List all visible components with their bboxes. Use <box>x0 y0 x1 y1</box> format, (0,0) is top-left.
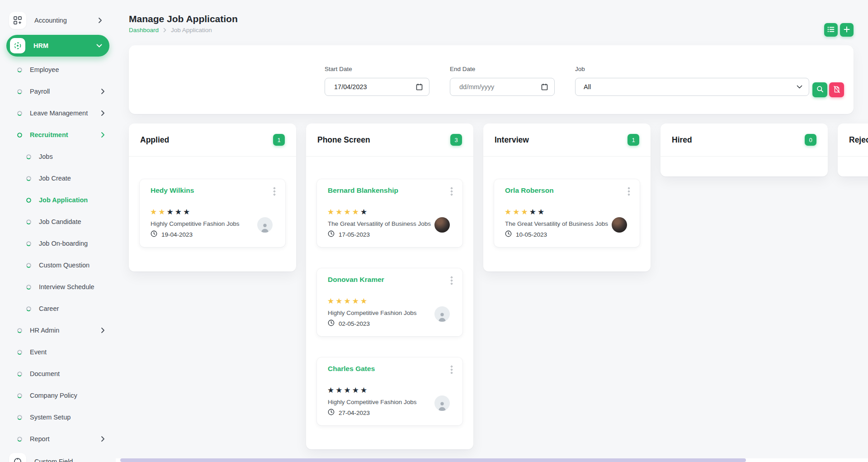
sidebar-item-label: Leave Management <box>30 110 88 117</box>
calendar-icon[interactable] <box>416 83 423 90</box>
job-title-text: Highly Competitive Fashion Jobs <box>328 310 417 316</box>
sidebar-item-leave-management[interactable]: Leave Management <box>0 102 116 124</box>
sidebar-item-label: Recruitment <box>30 131 68 138</box>
applicant-card[interactable]: Donovan Kramer ★★★★★ Highly Competitive … <box>317 268 462 336</box>
sidebar-item-document[interactable]: Document <box>0 363 116 385</box>
sidebar-item-payroll[interactable]: Payroll <box>0 81 116 102</box>
bullet-ring-icon <box>26 306 31 311</box>
job-select[interactable]: All <box>575 78 809 96</box>
end-date-input[interactable]: dd/mm/yyyy <box>450 78 555 96</box>
sidebar-item-label: Job On-boarding <box>39 240 88 247</box>
applied-date-text: 02-05-2023 <box>339 320 370 327</box>
column-body: Bernard Blankenship ★★★★★ The Great Vers… <box>306 157 473 425</box>
bullet-ring-icon <box>26 176 31 181</box>
sidebar-item-custom-field[interactable]: Custom Field <box>6 451 109 462</box>
kebab-menu-icon[interactable] <box>626 186 632 197</box>
sidebar: Accounting HRM Employee Payroll Leave M <box>0 0 116 462</box>
sidebar-item-jobs[interactable]: Jobs <box>0 146 116 167</box>
sidebar-item-event[interactable]: Event <box>0 341 116 363</box>
horizontal-scrollbar <box>116 458 868 462</box>
chevron-right-icon <box>101 88 105 95</box>
list-view-button[interactable] <box>824 23 838 37</box>
sidebar-item-job-create[interactable]: Job Create <box>0 167 116 189</box>
plus-icon <box>844 26 850 34</box>
column-body <box>660 157 828 176</box>
bullet-ring-icon <box>17 67 22 72</box>
sidebar-item-system-setup[interactable]: System Setup <box>0 406 116 428</box>
column-title: Phone Screen <box>317 135 370 145</box>
chevron-right-icon <box>101 436 105 442</box>
applicant-name-link[interactable]: Hedy Wilkins <box>151 186 194 195</box>
search-icon <box>816 86 824 94</box>
job-title-text: The Great Versatility of Business Jobs <box>505 220 608 227</box>
search-button[interactable] <box>812 82 827 97</box>
applicant-card[interactable]: Bernard Blankenship ★★★★★ The Great Vers… <box>317 179 462 247</box>
applicant-card[interactable]: Charles Gates ★★★★★ Highly Competitive F… <box>317 357 462 425</box>
sidebar-item-employee[interactable]: Employee <box>0 59 116 81</box>
bullet-ring-icon <box>17 415 22 420</box>
sidebar-item-job-on-boarding[interactable]: Job On-boarding <box>0 233 116 254</box>
sidebar-item-hrm[interactable]: HRM <box>6 35 109 57</box>
applicant-name-link[interactable]: Donovan Kramer <box>328 276 384 284</box>
job-title-text: Highly Competitive Fashion Jobs <box>328 399 417 405</box>
star-dark-icon: ★ <box>529 208 538 216</box>
sidebar-item-custom-question[interactable]: Custom Question <box>0 254 116 276</box>
sidebar-item-recruitment[interactable]: Recruitment <box>0 124 116 146</box>
kanban-board: Applied 1 Hedy Wilkins ★★★★★ Highly Comp… <box>129 124 868 449</box>
bullet-ring-icon <box>17 372 22 376</box>
kebab-menu-icon[interactable] <box>449 275 454 286</box>
horizontal-scrollbar-thumb[interactable] <box>120 458 746 462</box>
column-interview: Interview 1 Orla Roberson ★★★★★ The Grea… <box>483 124 651 271</box>
applied-date: 10-05-2023 <box>505 230 547 238</box>
add-application-button[interactable] <box>840 23 854 37</box>
column-header: Rejected <box>838 124 868 157</box>
sidebar-item-accounting[interactable]: Accounting <box>6 10 109 31</box>
applicant-card[interactable]: Hedy Wilkins ★★★★★ Highly Competitive Fa… <box>140 179 285 247</box>
sidebar-item-label: HR Admin <box>30 327 59 334</box>
kebab-menu-icon[interactable] <box>449 364 454 376</box>
breadcrumb-dashboard-link[interactable]: Dashboard <box>129 27 159 33</box>
column-header: Hired 0 <box>660 124 828 157</box>
sidebar-item-interview-schedule[interactable]: Interview Schedule <box>0 276 116 298</box>
applicant-name-link[interactable]: Orla Roberson <box>505 186 554 195</box>
filter-card: Start Date 17/04/2023 End Date dd/mm/yyy… <box>129 45 854 114</box>
bullet-ring-icon <box>26 154 31 159</box>
star-filled-icon: ★ <box>352 208 360 216</box>
calendar-icon[interactable] <box>541 83 548 90</box>
clock-icon <box>151 230 157 238</box>
bullet-ring-icon <box>26 198 31 203</box>
applicant-card[interactable]: Orla Roberson ★★★★★ The Great Versatilit… <box>494 179 640 247</box>
sidebar-item-label: Career <box>39 305 59 312</box>
column-count-badge: 1 <box>627 134 639 146</box>
rating-stars: ★★★★★ <box>150 208 191 216</box>
bullet-ring-icon <box>17 393 22 398</box>
sidebar-item-career[interactable]: Career <box>0 298 116 319</box>
end-date-label: End Date <box>450 66 555 72</box>
file-off-icon <box>833 86 840 95</box>
chevron-right-icon <box>101 327 105 333</box>
column-phone-screen: Phone Screen 3 Bernard Blankenship ★★★★★… <box>306 124 473 449</box>
sidebar-item-report[interactable]: Report <box>0 428 116 450</box>
avatar <box>612 217 627 233</box>
sidebar-item-label: Report <box>30 435 50 443</box>
bullet-ring-icon <box>17 89 22 94</box>
start-date-field: Start Date 17/04/2023 <box>325 66 429 96</box>
bullet-ring-icon <box>17 111 22 116</box>
sidebar-item-hr-admin[interactable]: HR Admin <box>0 319 116 341</box>
star-filled-icon: ★ <box>335 297 344 305</box>
accounting-apps-icon <box>9 12 26 29</box>
rating-stars: ★★★★★ <box>327 208 368 216</box>
sidebar-item-job-application[interactable]: Job Application <box>0 189 116 211</box>
start-date-input[interactable]: 17/04/2023 <box>325 78 429 96</box>
column-title: Hired <box>672 135 692 145</box>
column-body: Orla Roberson ★★★★★ The Great Versatilit… <box>483 157 651 247</box>
sidebar-item-job-candidate[interactable]: Job Candidate <box>0 211 116 233</box>
kebab-menu-icon[interactable] <box>449 186 454 197</box>
applicant-name-link[interactable]: Bernard Blankenship <box>328 186 398 195</box>
column-header: Interview 1 <box>483 124 651 157</box>
sidebar-item-company-policy[interactable]: Company Policy <box>0 385 116 406</box>
kebab-menu-icon[interactable] <box>272 186 277 197</box>
applied-date-text: 10-05-2023 <box>516 231 547 238</box>
reset-filter-button[interactable] <box>829 82 844 97</box>
applicant-name-link[interactable]: Charles Gates <box>328 365 375 373</box>
